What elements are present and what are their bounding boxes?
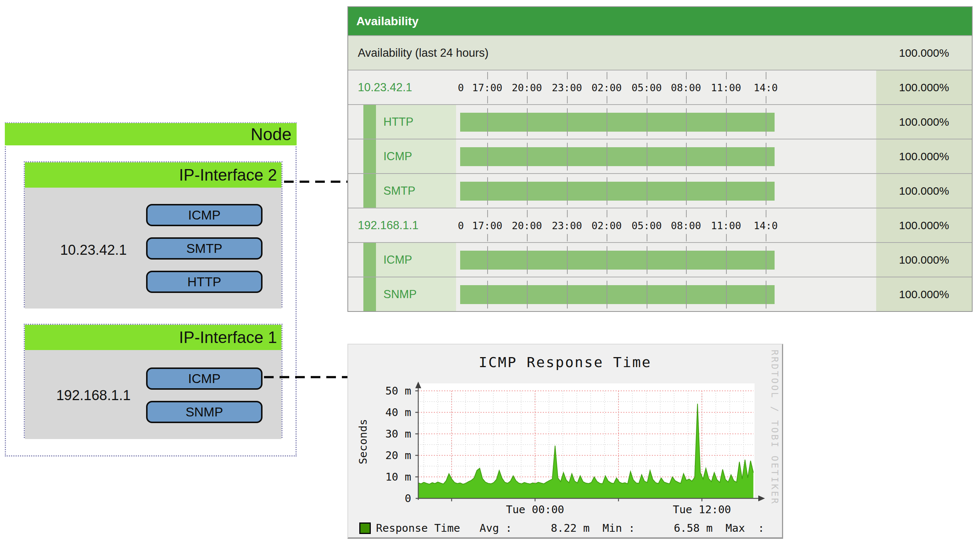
availability-table: Availability Availability (last 24 hours…: [347, 6, 973, 312]
availability-value-cell: 100.000%: [876, 277, 972, 311]
availability-row-service: HTTP100.000%: [348, 104, 972, 138]
ip-address-cell: 10.23.42.1: [348, 70, 456, 104]
ip-interface-2-body: 10.23.42.1 ICMPSMTPHTTP: [25, 188, 282, 309]
ip-interface-2-group: IP-Interface 2 10.23.42.1 ICMPSMTPHTTP: [24, 161, 283, 307]
time-scale-tick: [527, 234, 528, 241]
time-scale-tick: [567, 210, 568, 217]
time-scale-tick: [766, 234, 767, 241]
availability-bar: [460, 182, 775, 201]
availability-bar: [460, 251, 775, 270]
time-scale-tick: [726, 234, 727, 241]
availability-bar-tick: [766, 177, 767, 205]
ip-interface-2-name: IP-Interface 2: [179, 166, 277, 184]
availability-bar-tick: [607, 108, 607, 136]
time-scale-tick: [686, 210, 687, 217]
time-scale-tick: [527, 96, 528, 103]
indent-cell: [348, 243, 363, 277]
time-scale-tick: [527, 72, 528, 80]
figure-canvas: Node IP-Interface 2 10.23.42.1 ICMPSMTPH…: [0, 0, 980, 554]
availability-bar-cell: [456, 277, 876, 311]
time-scale-tick: [766, 96, 767, 103]
availability-row-ip: 192.168.1.1017:0020:0023:0002:0005:0008:…: [348, 208, 972, 242]
node-title-bar: Node: [5, 123, 297, 145]
y-tick-label: 30 m: [356, 428, 411, 440]
availability-bar-tick: [647, 281, 648, 309]
ip-interface-1-header: IP-Interface 1: [25, 325, 282, 350]
time-scale-zero-label: 0: [458, 70, 464, 105]
availability-bar-tick: [726, 281, 727, 309]
availability-row-service: ICMP100.000%: [348, 242, 972, 277]
time-scale-tick: [686, 96, 687, 103]
availability-bar-tick: [527, 281, 528, 309]
ip-address-label: 10.23.42.1: [32, 242, 154, 258]
availability-row-service: SNMP100.000%: [348, 277, 972, 311]
service-name-cell: SMTP: [376, 174, 456, 208]
service-box-smtp: SMTP: [146, 237, 262, 259]
group-strip-cell: [363, 174, 376, 208]
availability-value-cell: 100.000%: [876, 209, 972, 242]
time-scale-tick: [607, 234, 607, 241]
group-strip-cell: [363, 105, 376, 138]
group-strip-cell: [363, 277, 376, 311]
time-scale-zero-label: 0: [458, 209, 464, 243]
time-scale-tick: [766, 72, 767, 80]
service-name-cell: HTTP: [376, 105, 456, 138]
availability-bar-tick: [567, 177, 568, 205]
ip-address-cell: 192.168.1.1: [348, 209, 456, 242]
availability-table-header: Availability: [348, 7, 972, 35]
availability-bar-tick: [527, 108, 528, 136]
ip-address-label: 192.168.1.1: [32, 387, 154, 403]
ip-interface-1-body: 192.168.1.1 ICMPSNMP: [25, 350, 282, 439]
availability-bar-tick: [527, 177, 528, 205]
availability-bar-tick: [686, 108, 687, 136]
availability-bar-tick: [726, 246, 727, 274]
availability-bar-tick: [726, 143, 727, 170]
connector-icmp-to-chart: [264, 376, 347, 378]
availability-bar-tick: [487, 143, 488, 170]
availability-bar-tick: [607, 177, 607, 205]
time-scale-tick: [686, 234, 687, 241]
service-button-column: ICMPSMTPHTTP: [146, 204, 262, 293]
availability-bar-tick: [726, 108, 727, 136]
availability-row-service: ICMP100.000%: [348, 138, 972, 173]
y-tick-label: 10 m: [356, 471, 411, 483]
service-box-icmp: ICMP: [146, 204, 262, 226]
availability-value-cell: 100.000%: [876, 105, 972, 138]
ip-interface-1-group: IP-Interface 1 192.168.1.1 ICMPSNMP: [24, 324, 283, 438]
availability-bar-tick: [726, 177, 727, 205]
time-scale-tick: [647, 210, 648, 217]
time-scale-tick: [647, 96, 648, 103]
availability-row-ip: 10.23.42.1017:0020:0023:0002:0005:0008:0…: [348, 70, 972, 104]
availability-bar-tick: [607, 281, 607, 309]
availability-bar-tick: [766, 143, 767, 170]
availability-bar-tick: [647, 143, 648, 170]
time-scale-tick: [487, 72, 488, 80]
time-scale-cell: 017:0020:0023:0002:0005:0008:0011:0014:0: [456, 209, 876, 242]
rrdtool-watermark: RRDTOOL / TOBI OETIKER: [769, 350, 780, 505]
availability-bar-tick: [766, 281, 767, 309]
availability-bar-tick: [487, 177, 488, 205]
connector-interface2-to-table: [284, 181, 347, 183]
availability-bar-tick: [487, 246, 488, 274]
time-scale-tick: [487, 210, 488, 217]
time-scale-tick: [607, 72, 607, 80]
ip-interface-2-header: IP-Interface 2: [25, 162, 282, 188]
availability-bar-tick: [686, 177, 687, 205]
availability-bar-tick: [527, 143, 528, 170]
time-scale-tick: [686, 72, 687, 80]
availability-value-cell: 100.000%: [876, 243, 972, 277]
time-scale-tick: [607, 96, 607, 103]
time-scale-tick: [766, 210, 767, 217]
indent-cell: [348, 139, 363, 173]
y-tick-label: 20 m: [356, 449, 411, 461]
time-scale-tick: [647, 234, 648, 241]
availability-bar-tick: [487, 108, 488, 136]
availability-bar-tick: [607, 246, 607, 274]
service-box-snmp: SNMP: [146, 401, 262, 423]
availability-value-cell: 100.000%: [876, 36, 972, 70]
availability-bar-tick: [567, 108, 568, 136]
availability-bar: [460, 285, 775, 304]
chart-title: ICMP Response Time: [348, 354, 782, 371]
service-name-cell: SNMP: [376, 277, 456, 311]
time-scale-cell: 017:0020:0023:0002:0005:0008:0011:0014:0: [456, 70, 876, 104]
